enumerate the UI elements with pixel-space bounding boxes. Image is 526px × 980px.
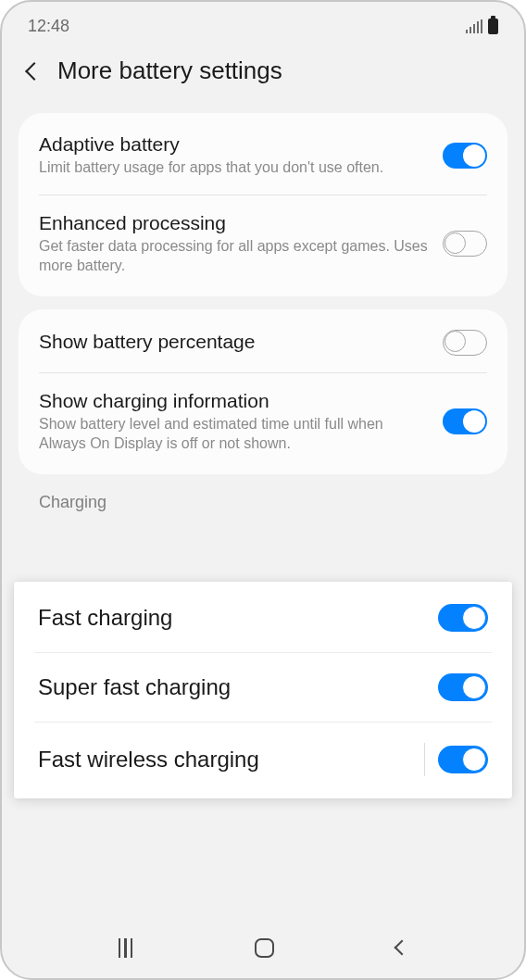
enhanced-processing-title: Enhanced processing (39, 212, 428, 234)
adaptive-battery-title: Adaptive battery (39, 133, 428, 156)
enhanced-processing-toggle[interactable] (443, 231, 487, 257)
nav-home-icon[interactable] (255, 938, 274, 958)
status-time: 12:48 (28, 17, 69, 36)
phone-frame: 12:48 More battery settings Adaptive bat… (0, 0, 526, 980)
adaptive-battery-desc: Limit battery usage for apps that you do… (39, 157, 428, 178)
row-enhanced-processing[interactable]: Enhanced processing Get faster data proc… (19, 195, 507, 293)
super-fast-charging-title: Super fast charging (38, 674, 231, 700)
nav-back-icon[interactable] (394, 940, 410, 956)
row-show-battery-percentage[interactable]: Show battery percentage (19, 313, 507, 372)
row-show-charging-information[interactable]: Show charging information Show battery l… (19, 373, 507, 471)
battery-icon (488, 19, 498, 34)
page-header: More battery settings (2, 42, 524, 106)
adaptive-battery-toggle[interactable] (443, 143, 487, 169)
row-super-fast-charging[interactable]: Super fast charging (14, 653, 512, 722)
signal-icon (466, 19, 483, 33)
super-fast-charging-toggle[interactable] (438, 673, 488, 701)
fast-wireless-charging-toggle[interactable] (438, 746, 488, 773)
fast-charging-title: Fast charging (38, 605, 172, 631)
show-charging-information-desc: Show battery level and estimated time un… (39, 414, 428, 454)
show-battery-percentage-title: Show battery percentage (39, 331, 428, 353)
show-charging-information-toggle[interactable] (443, 408, 487, 434)
nav-recent-icon[interactable] (119, 938, 133, 958)
show-battery-percentage-toggle[interactable] (443, 330, 487, 356)
page-title: More battery settings (57, 57, 282, 85)
status-right (466, 19, 499, 34)
row-fast-charging[interactable]: Fast charging (14, 584, 512, 652)
status-bar: 12:48 (2, 2, 524, 42)
fast-charging-toggle[interactable] (438, 604, 488, 632)
fast-wireless-charging-title: Fast wireless charging (38, 747, 259, 773)
navigation-bar (2, 917, 524, 978)
vertical-divider (424, 743, 425, 776)
row-adaptive-battery[interactable]: Adaptive battery Limit battery usage for… (19, 117, 507, 195)
row-fast-wireless-charging[interactable]: Fast wireless charging (14, 722, 512, 797)
enhanced-processing-desc: Get faster data processing for all apps … (39, 236, 428, 276)
show-charging-information-title: Show charging information (39, 390, 428, 412)
charging-section-label: Charging (2, 482, 524, 514)
settings-group-1: Adaptive battery Limit battery usage for… (19, 113, 507, 296)
back-icon[interactable] (25, 62, 44, 81)
settings-group-2: Show battery percentage Show charging in… (19, 309, 507, 474)
charging-overlay-card: Fast charging Super fast charging Fast w… (14, 582, 512, 798)
